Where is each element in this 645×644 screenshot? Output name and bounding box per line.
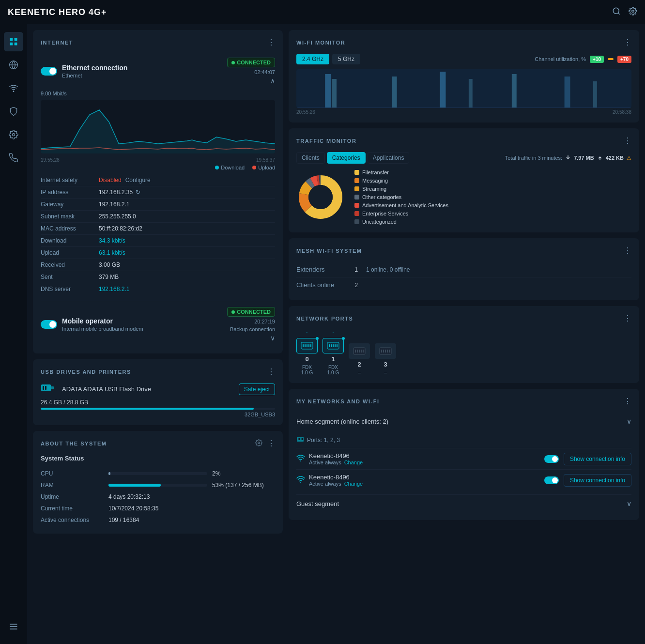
traffic-monitor-card: TRAFFIC MONITOR ⋮ Clients Categories App… [289, 128, 639, 232]
sidebar-item-menu[interactable] [4, 617, 23, 636]
mobile-chevron-icon[interactable]: ∨ [270, 334, 275, 342]
home-segment-header[interactable]: Home segment (online clients: 2) ∨ [296, 413, 631, 430]
traffic-monitor-menu-icon[interactable]: ⋮ [624, 136, 631, 145]
uptime-row: Uptime 4 days 20:32:13 [41, 491, 275, 503]
ports-row: · 0 FDX1.0 G [296, 330, 631, 375]
sidebar-item-settings[interactable] [4, 125, 23, 144]
wifi-net-2-change[interactable]: Change [344, 481, 363, 487]
mobile-toggle[interactable] [41, 320, 57, 329]
ethernet-time: 02:44:07 [254, 69, 275, 75]
mobile-name: Mobile operator [62, 317, 143, 325]
port-item-3: · 3 – [375, 335, 396, 375]
download-legend: Download [215, 165, 245, 170]
safe-eject-button[interactable]: Safe eject [239, 383, 275, 395]
ethernet-toggle[interactable] [41, 67, 57, 76]
sidebar-item-globe[interactable] [4, 55, 23, 75]
refresh-icon[interactable]: ↻ [136, 189, 140, 196]
traffic-tab-categories[interactable]: Categories [327, 152, 366, 164]
cpu-row: CPU 2% [41, 468, 275, 479]
wifi-net-1-toggle[interactable] [544, 455, 559, 463]
traffic-tab-applications[interactable]: Applications [368, 152, 410, 164]
svg-rect-12 [10, 626, 17, 627]
ethernet-chevron-icon[interactable]: ∧ [270, 77, 275, 85]
legend-label-advert: Advertisement and Analytic Services [362, 202, 448, 208]
usb-bar-labels: 32GB_USB3 [41, 412, 275, 417]
legend-label-other: Other categories [362, 194, 401, 200]
legend-color-advert [354, 203, 359, 208]
guest-segment-title: Guest segment [296, 500, 339, 507]
port1-indicator: · [333, 330, 334, 335]
channel-util-label: Channel utilization, % [535, 56, 586, 62]
mesh-title: MESH WI-FI SYSTEM [296, 248, 362, 254]
legend-enterprise: Enterprise Services [354, 211, 448, 216]
svg-rect-28 [296, 69, 631, 108]
usb-used: 26.4 GB / 28.8 GB [41, 399, 88, 406]
ports-text: Ports: 1, 2, 3 [307, 437, 340, 444]
ports-menu-icon[interactable]: ⋮ [624, 314, 631, 323]
internet-menu-icon[interactable]: ⋮ [267, 38, 275, 47]
wifi-monitor-menu-icon[interactable]: ⋮ [624, 38, 631, 47]
svg-rect-60 [389, 350, 390, 353]
guest-segment-header[interactable]: Guest segment ∨ [296, 495, 631, 512]
about-card: ABOUT THE SYSTEM ⋮ System Status CPU 2% [33, 431, 283, 534]
chart-times: 19:55:28 19:58:37 [41, 157, 275, 163]
sidebar-item-shield[interactable] [4, 102, 23, 121]
sidebar-item-wifi[interactable] [4, 78, 23, 98]
mobile-info: Mobile operator Internal mobile broadban… [62, 317, 143, 332]
backup-label: Backup connection [230, 326, 275, 332]
cpu-value: 2% [212, 470, 275, 477]
home-segment-chevron-icon: ∨ [627, 417, 631, 425]
wifi-time-start: 20:55:26 [296, 109, 315, 115]
svg-rect-47 [335, 344, 336, 347]
legend-messaging: Messaging [354, 178, 448, 184]
ethernet-right: CONNECTED 02:44:07 ∧ [227, 58, 275, 85]
wifi-tab-2-4ghz[interactable]: 2.4 GHz [296, 54, 329, 64]
wifi-net-1-show-info-button[interactable]: Show connection info [564, 453, 631, 465]
ethernet-status-text: CONNECTED [237, 60, 271, 65]
svg-point-9 [13, 91, 14, 92]
info-row-ip: IP address 192.168.2.35 ↻ [41, 186, 275, 199]
mesh-menu-icon[interactable]: ⋮ [624, 246, 631, 255]
svg-rect-64 [301, 438, 302, 440]
usb-name-label: ADATA ADATA USB Flash Drive [62, 385, 151, 393]
ports-header: NETWORK PORTS ⋮ [296, 314, 631, 323]
gear-icon[interactable] [629, 7, 637, 18]
info-label-subnet: Subnet mask [41, 213, 99, 220]
traffic-tab-clients[interactable]: Clients [296, 152, 325, 164]
about-menu-icon[interactable]: ⋮ [267, 439, 275, 448]
port-icon-2 [349, 343, 370, 359]
usb-menu-icon[interactable]: ⋮ [267, 367, 275, 376]
wifi-net-2-toggle[interactable] [544, 476, 559, 484]
cpu-bar [108, 472, 207, 475]
about-settings-icon[interactable] [255, 439, 262, 448]
sidebar-item-phone[interactable] [4, 148, 23, 168]
chart-time-start: 19:55:28 [41, 157, 60, 163]
my-networks-menu-icon[interactable]: ⋮ [624, 397, 631, 406]
traffic-up-value: 422 KB [606, 155, 624, 161]
home-segment: Home segment (online clients: 2) ∨ Ports… [296, 413, 631, 495]
mobile-status-badge: CONNECTED [227, 307, 275, 317]
ethernet-sub: Ethernet [62, 73, 127, 78]
svg-rect-15 [51, 386, 54, 389]
wifi-net-1-change[interactable]: Change [344, 460, 363, 465]
wifi-net-1-right: Show connection info [544, 453, 631, 465]
navbar-icons [612, 7, 637, 18]
sidebar-item-dashboard[interactable] [4, 32, 23, 51]
configure-link[interactable]: Configure [125, 177, 151, 184]
info-label-sent: Sent [41, 274, 99, 280]
port-icon-1 [322, 338, 344, 353]
search-icon[interactable] [612, 7, 621, 18]
ram-row: RAM 53% (137 / 256 MB) [41, 479, 275, 491]
info-value-upload: 63.1 kbit/s [99, 249, 125, 256]
currenttime-label: Current time [41, 505, 108, 512]
svg-rect-17 [45, 386, 46, 390]
wifi-net-2-show-info-button[interactable]: Show connection info [564, 474, 631, 487]
sidebar [0, 24, 27, 644]
main-content: INTERNET ⋮ Ethernet connection Ethernet … [27, 24, 645, 644]
wifi-net-2: Keenetic-8496 Active always Change Show … [296, 469, 631, 491]
info-label-safety: Internet safety [41, 177, 99, 184]
svg-point-2 [632, 10, 634, 12]
wifi-tab-5ghz[interactable]: 5 GHz [332, 54, 360, 64]
ethernet-status-dot [231, 61, 235, 64]
usb-label-name: 32GB_USB3 [245, 412, 275, 417]
